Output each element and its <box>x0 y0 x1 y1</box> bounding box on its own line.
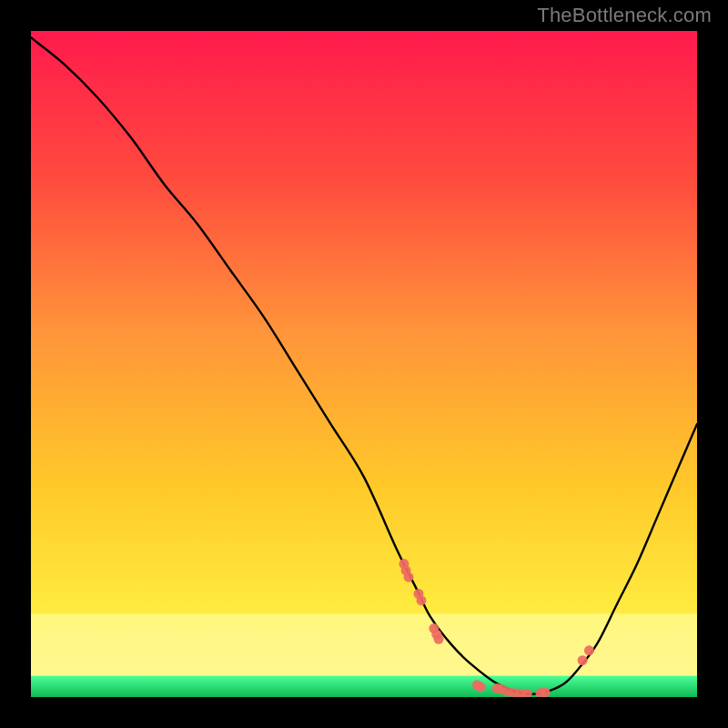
marker-point <box>578 655 588 665</box>
green-band <box>31 676 697 697</box>
watermark-text: TheBottleneck.com <box>537 4 712 27</box>
chart-svg <box>31 31 697 697</box>
marker-point <box>476 682 486 693</box>
pale-yellow-band <box>31 614 697 681</box>
marker-point <box>434 634 444 644</box>
marker-point <box>584 645 594 655</box>
gradient-background <box>31 31 697 697</box>
marker-point <box>541 687 551 697</box>
chart-frame: TheBottleneck.com <box>0 0 728 728</box>
chart-plot-area <box>31 31 697 697</box>
marker-point <box>417 595 427 605</box>
marker-point <box>404 572 414 582</box>
